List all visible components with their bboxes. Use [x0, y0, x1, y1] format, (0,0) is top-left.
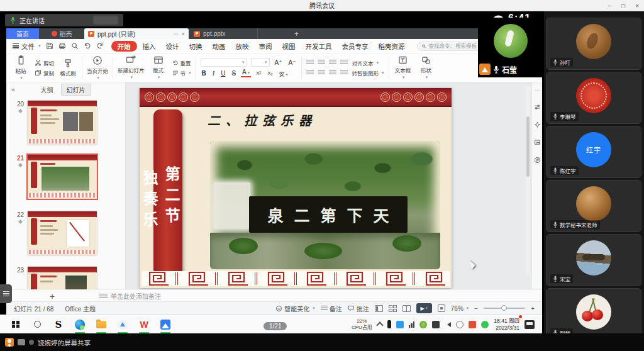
wps-app-button[interactable] — [133, 315, 155, 334]
print-icon[interactable] — [58, 42, 66, 50]
volume-icon[interactable] — [445, 322, 451, 327]
layout-button[interactable]: 版式 — [149, 55, 168, 80]
participant-tile[interactable]: 李琳琴 — [546, 72, 641, 124]
ribbon-tab-insert[interactable]: 插入 — [138, 41, 160, 52]
fit-window-button[interactable] — [438, 304, 445, 312]
ribbon-tab-animation[interactable]: 动画 — [208, 41, 230, 52]
thumbnail-selected[interactable] — [28, 155, 97, 199]
to-smartart-button[interactable]: 转智能图形 — [352, 69, 384, 77]
network-icon[interactable] — [456, 321, 464, 328]
participant-tile[interactable]: 数学秘书宋老师 — [546, 180, 641, 232]
wechat-icon[interactable] — [481, 321, 489, 328]
tab-document-2[interactable]: P ppt.pptx — [189, 28, 258, 39]
ribbon-tab-slideshow[interactable]: 放映 — [231, 41, 253, 52]
font-shrink-button[interactable]: A⁻ — [287, 59, 297, 66]
ribbon-tab-docer-res[interactable]: 稻壳资源 — [374, 41, 409, 52]
slides-tab[interactable]: 幻灯片 — [61, 84, 91, 96]
notes-toggle-button[interactable]: 备注 — [321, 304, 342, 313]
play-from-current-button[interactable]: 当页开始 — [87, 55, 108, 81]
participant-tile[interactable]: 孙叮 — [546, 18, 641, 70]
reset-button[interactable]: 重置 — [172, 59, 191, 67]
pin-icon[interactable]: ▭ — [174, 31, 179, 36]
design-ideas-icon[interactable] — [534, 139, 541, 146]
ribbon-tab-view[interactable]: 视图 — [278, 41, 300, 52]
ribbon-tab-devtools[interactable]: 开发工具 — [301, 41, 336, 52]
zoom-slider-knob[interactable] — [501, 305, 507, 311]
theme-name[interactable]: Office 主题 — [65, 304, 96, 313]
close-tab-icon[interactable]: × — [182, 31, 185, 37]
command-search[interactable] — [417, 42, 486, 51]
participant-tile[interactable]: 宋宝 — [546, 234, 641, 286]
floating-list-widget[interactable] — [0, 284, 12, 303]
speaker-video-tile[interactable]: 石莹 — [478, 18, 542, 77]
start-button[interactable] — [5, 315, 26, 334]
signal-icon[interactable] — [409, 321, 415, 328]
more-tools-icon[interactable]: ⋯ — [535, 87, 540, 93]
format-painter-button[interactable]: 格式刷 — [58, 58, 77, 77]
smart-features-icon[interactable] — [534, 121, 541, 128]
thumbnail[interactable] — [28, 211, 97, 255]
properties-icon[interactable] — [534, 104, 541, 111]
new-slide-button[interactable]: 新建幻灯片 — [118, 55, 145, 80]
tab-docer[interactable]: 稻壳 — [39, 28, 84, 39]
ribbon-tab-transition[interactable]: 切换 — [185, 41, 207, 52]
font-size-select[interactable] — [251, 58, 270, 67]
zoom-in-button[interactable]: + — [531, 305, 535, 312]
font-name-select[interactable] — [201, 58, 247, 67]
bullets-icon[interactable] — [306, 60, 314, 65]
help-icon[interactable] — [534, 157, 541, 164]
justify-icon[interactable] — [340, 70, 348, 75]
preview-icon[interactable] — [71, 42, 79, 50]
app4-button[interactable] — [112, 315, 133, 334]
search-input[interactable] — [428, 43, 481, 49]
cpu-monitor[interactable]: 22% CPU占用 — [352, 318, 372, 330]
green-status-icon[interactable] — [419, 321, 427, 328]
cut-button[interactable]: 剪切 — [35, 59, 54, 67]
reading-view-button[interactable] — [402, 305, 411, 312]
align-left-icon[interactable] — [306, 70, 314, 75]
taskbar-search-button[interactable] — [26, 315, 48, 334]
participant-tile[interactable]: 红宇 陈红宇 — [546, 126, 641, 178]
maximize-button[interactable]: □ — [621, 3, 625, 9]
usb-device-icon[interactable] — [387, 320, 391, 328]
canvas-scrollbar[interactable] — [526, 86, 530, 275]
textbox-button[interactable]: 文本框 — [394, 55, 413, 80]
tab-document-active[interactable]: P ppt.ppt (只读) ▭ × — [84, 28, 189, 39]
ribbon-tab-review[interactable]: 审阅 — [255, 41, 277, 52]
collapse-panel-icon[interactable]: « — [11, 86, 15, 93]
dark-tray-icon[interactable] — [432, 321, 440, 328]
thumbnail[interactable] — [28, 267, 97, 289]
blue-app-button[interactable] — [155, 315, 176, 334]
slide-sorter-view-button[interactable] — [389, 305, 397, 312]
new-tab-button[interactable]: + — [294, 28, 299, 39]
strikethrough-button[interactable]: S — [230, 70, 237, 77]
indent-decrease-icon[interactable] — [329, 60, 336, 65]
normal-view-button[interactable] — [375, 305, 383, 312]
chat-bubble-icon[interactable] — [18, 339, 25, 345]
underline-button[interactable]: U — [219, 70, 226, 77]
participant-tile[interactable]: 荆棘 — [546, 288, 641, 340]
add-slide-button[interactable]: + — [45, 290, 59, 302]
align-right-icon[interactable] — [329, 70, 336, 75]
redo-icon[interactable] — [96, 42, 104, 50]
taskbar-clock[interactable]: 18:41 周四 2022/3/31 — [494, 318, 519, 331]
smart-beautify-button[interactable]: 智能美化 — [275, 304, 315, 313]
bold-button[interactable]: B — [201, 70, 208, 77]
outline-tab[interactable]: 大纲 — [41, 85, 53, 94]
red-tray-icon[interactable] — [469, 321, 476, 328]
align-center-icon[interactable] — [318, 70, 325, 75]
slide-canvas[interactable]: 第二节 独奏乐 二、拉弦乐器 泉二第下天 — [126, 82, 531, 289]
comments-button[interactable]: 批注 — [348, 304, 369, 313]
numbering-icon[interactable] — [318, 60, 325, 65]
zoom-level[interactable]: 76% — [451, 305, 469, 312]
slideshow-play-button[interactable]: ▶ — [416, 303, 432, 313]
explorer-button[interactable] — [91, 315, 112, 334]
italic-button[interactable]: I — [211, 70, 216, 77]
tab-home[interactable]: 首页 — [6, 28, 39, 39]
ribbon-tab-member[interactable]: 会员专享 — [338, 41, 373, 52]
tray-expand-icon[interactable] — [376, 321, 383, 328]
notes-area[interactable]: 单击此处添加备注 — [99, 290, 161, 302]
align-text-button[interactable]: 对齐文本 — [352, 59, 379, 67]
zoom-slider[interactable] — [484, 308, 525, 309]
file-menu[interactable]: 文件 — [13, 42, 41, 51]
